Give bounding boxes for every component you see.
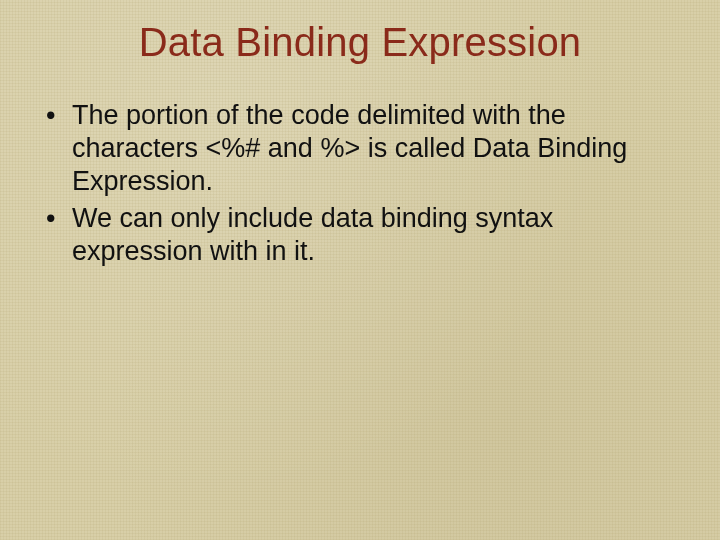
list-item: We can only include data binding syntax … xyxy=(44,202,680,268)
bullet-list: The portion of the code delimited with t… xyxy=(40,99,680,268)
slide-title: Data Binding Expression xyxy=(40,20,680,65)
list-item: The portion of the code delimited with t… xyxy=(44,99,680,198)
slide: Data Binding Expression The portion of t… xyxy=(0,0,720,540)
